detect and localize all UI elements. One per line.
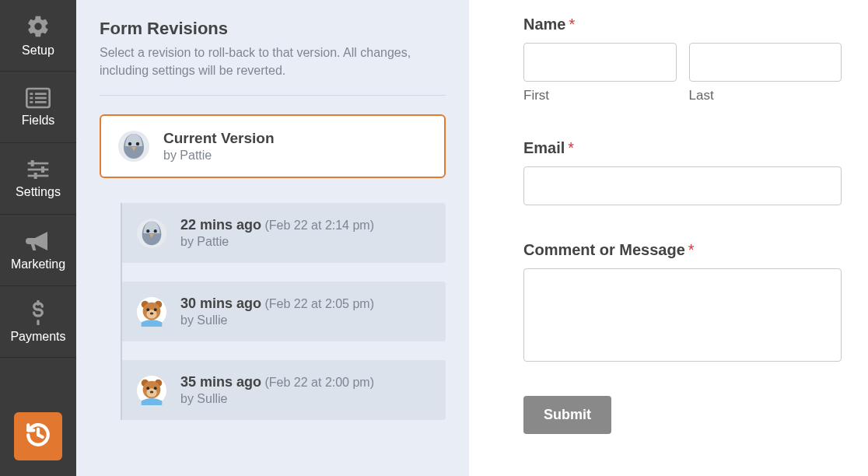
email-label: Email* bbox=[523, 139, 842, 157]
sidebar-item-settings[interactable]: Settings bbox=[0, 143, 76, 215]
required-mark: * bbox=[569, 16, 575, 33]
svg-rect-12 bbox=[30, 93, 33, 95]
history-icon bbox=[25, 422, 51, 451]
svg-rect-15 bbox=[35, 96, 47, 99]
sidebar-item-label: Setup bbox=[22, 44, 54, 58]
revision-entry[interactable]: 22 mins ago (Feb 22 at 2:14 pm) by Patti… bbox=[121, 203, 446, 263]
revision-current[interactable]: Current Version by Pattie bbox=[100, 114, 446, 178]
revision-author: by Sullie bbox=[180, 392, 374, 406]
avatar-pigeon-icon bbox=[118, 131, 149, 162]
dollar-icon bbox=[30, 300, 47, 325]
sidebar-item-setup[interactable]: Setup bbox=[0, 0, 76, 72]
revisions-panel: Form Revisions Select a revision to roll… bbox=[76, 0, 469, 476]
last-sublabel: Last bbox=[689, 88, 842, 103]
svg-rect-23 bbox=[34, 173, 37, 179]
divider bbox=[100, 95, 446, 96]
revision-time: 35 mins ago bbox=[180, 374, 261, 390]
list-icon bbox=[26, 87, 51, 109]
revision-date: (Feb 22 at 2:05 pm) bbox=[265, 297, 375, 310]
revisions-history-button[interactable] bbox=[14, 412, 62, 460]
first-name-input[interactable] bbox=[523, 43, 677, 82]
comment-label: Comment or Message* bbox=[523, 241, 842, 259]
svg-rect-20 bbox=[28, 168, 49, 170]
revision-date: (Feb 22 at 2:14 pm) bbox=[265, 219, 375, 232]
revision-current-author: by Pattie bbox=[163, 149, 275, 163]
revision-current-title: Current Version bbox=[163, 130, 275, 147]
avatar-pigeon-icon bbox=[137, 219, 166, 248]
sliders-icon bbox=[26, 159, 51, 180]
sidebar-item-label: Marketing bbox=[11, 257, 65, 271]
revision-author: by Pattie bbox=[180, 235, 374, 249]
name-label: Name* bbox=[523, 16, 842, 33]
svg-rect-14 bbox=[30, 96, 33, 99]
revision-author: by Sullie bbox=[180, 313, 374, 327]
sidebar-item-fields[interactable]: Fields bbox=[0, 72, 76, 143]
svg-rect-16 bbox=[30, 101, 33, 103]
gear-icon bbox=[26, 14, 51, 39]
svg-rect-22 bbox=[28, 174, 49, 177]
avatar-bear-icon bbox=[137, 376, 166, 405]
revisions-description: Select a revision to roll-back to that v… bbox=[100, 44, 446, 79]
sidebar-item-payments[interactable]: Payments bbox=[0, 286, 76, 358]
form-preview: Name* First Last Email* Comment or Messa… bbox=[469, 0, 868, 476]
revision-time: 30 mins ago bbox=[180, 296, 261, 311]
comment-textarea[interactable] bbox=[523, 268, 842, 362]
submit-button[interactable]: Submit bbox=[523, 396, 611, 434]
svg-rect-17 bbox=[35, 101, 47, 103]
required-mark: * bbox=[688, 241, 695, 258]
required-mark: * bbox=[568, 139, 574, 156]
avatar-bear-icon bbox=[137, 297, 166, 327]
revision-entry[interactable]: 30 mins ago (Feb 22 at 2:05 pm) by Sulli… bbox=[121, 282, 446, 341]
svg-rect-19 bbox=[31, 160, 34, 166]
sidebar-item-marketing[interactable]: Marketing bbox=[0, 215, 76, 286]
sidebar-item-label: Payments bbox=[10, 330, 65, 344]
revisions-title: Form Revisions bbox=[100, 19, 446, 39]
revision-date: (Feb 22 at 2:00 pm) bbox=[265, 376, 375, 389]
first-sublabel: First bbox=[523, 88, 677, 103]
revision-timeline: 22 mins ago (Feb 22 at 2:14 pm) by Patti… bbox=[121, 203, 446, 420]
sidebar-item-label: Fields bbox=[22, 114, 55, 128]
last-name-input[interactable] bbox=[689, 43, 842, 82]
svg-rect-21 bbox=[41, 166, 44, 173]
sidebar-item-label: Settings bbox=[16, 185, 61, 199]
email-input[interactable] bbox=[523, 166, 842, 205]
revision-entry[interactable]: 35 mins ago (Feb 22 at 2:00 pm) by Sulli… bbox=[121, 360, 446, 420]
revision-time: 22 mins ago bbox=[180, 217, 261, 233]
svg-rect-13 bbox=[35, 93, 47, 95]
builder-sidebar: Setup Fields Settings Marketing Payments bbox=[0, 0, 76, 476]
bullhorn-icon bbox=[26, 229, 51, 253]
